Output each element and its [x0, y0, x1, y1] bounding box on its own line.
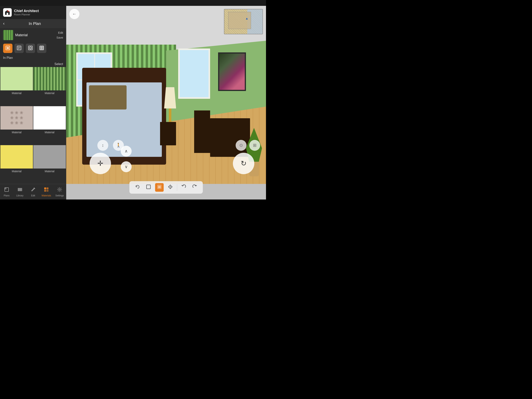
- camera-icon: ⊞: [253, 143, 256, 148]
- material-item-4[interactable]: Material: [33, 106, 66, 145]
- select-button[interactable]: Select: [55, 62, 63, 66]
- svg-rect-21: [5, 188, 6, 189]
- nav-label-settings: Settings: [55, 194, 64, 197]
- material-item-5[interactable]: Material: [0, 145, 33, 184]
- toolbar-divider: [177, 184, 177, 191]
- toolbar-frame-button[interactable]: [144, 183, 153, 192]
- toolbar-redo-button[interactable]: [190, 183, 199, 192]
- material-swatch-4: [33, 106, 66, 129]
- view-mode-alt2-btn[interactable]: R: [26, 44, 35, 53]
- nav-item-library[interactable]: Library: [13, 184, 26, 200]
- material-swatch-2: [33, 67, 66, 90]
- material-swatch-5: [0, 145, 33, 168]
- toolbar-undo-button[interactable]: [180, 183, 188, 192]
- svg-rect-25: [21, 188, 22, 191]
- material-item-2[interactable]: Material: [33, 67, 66, 106]
- nav-item-plans[interactable]: Plans: [0, 184, 13, 200]
- library-icon: [17, 187, 23, 193]
- in-plan-header: ‹ In Plan: [0, 19, 66, 28]
- material-item-6[interactable]: Material: [33, 145, 66, 184]
- app-subtitle: Room Planner: [14, 13, 39, 16]
- material-actions: Edit Save: [57, 31, 63, 39]
- view-mode-3d-btn[interactable]: 3D: [3, 44, 13, 53]
- material-item-1[interactable]: Material: [0, 67, 33, 106]
- svg-rect-24: [20, 188, 21, 191]
- minimap: ▲: [224, 9, 263, 34]
- svg-text:3D: 3D: [158, 186, 161, 188]
- svg-rect-28: [44, 190, 46, 192]
- rotate-icon: ↻: [241, 159, 247, 167]
- zoom-down-icon: ∨: [125, 164, 128, 169]
- svg-rect-8: [18, 47, 19, 48]
- svg-text:3D: 3D: [7, 47, 9, 49]
- person-icon: 🚶: [116, 143, 121, 148]
- top-system-bar: [0, 0, 266, 6]
- svg-rect-17: [42, 46, 43, 48]
- svg-rect-19: [42, 48, 43, 49]
- window-right: [178, 49, 210, 99]
- toolbar-view3d-alt-button[interactable]: [166, 183, 175, 192]
- view3d-icon: 3D: [157, 184, 162, 191]
- rotate-control[interactable]: ↻: [233, 153, 254, 174]
- plans-icon: [4, 187, 9, 193]
- material-item-3[interactable]: Material: [0, 106, 33, 145]
- toolbar-view3d-button[interactable]: 3D: [155, 183, 164, 192]
- nav-label-materials: Materials: [42, 194, 51, 197]
- app-title: Chief Architect: [14, 9, 39, 13]
- material-edit-button[interactable]: Edit: [57, 31, 63, 35]
- materials-icon: [44, 187, 49, 193]
- svg-rect-26: [44, 187, 46, 189]
- svg-rect-23: [19, 188, 20, 191]
- back-button[interactable]: ←: [69, 9, 79, 19]
- material-swatch-6: [33, 145, 66, 168]
- undo-icon: [181, 184, 187, 191]
- frame-icon: [146, 184, 151, 191]
- panel-back-button[interactable]: ‹: [3, 21, 5, 26]
- view-mode-alt1-btn[interactable]: R: [14, 44, 24, 53]
- nav-label-edit: Edit: [31, 194, 35, 197]
- desk: [210, 118, 250, 157]
- main-3d-view[interactable]: ← ▲ ✛ ↻ ∧ ∨ ↕ 🚶 ⊙ ⊞: [66, 6, 266, 200]
- zoom-down-control[interactable]: ∨: [121, 161, 132, 172]
- nav-item-materials[interactable]: Materials: [40, 184, 53, 200]
- view-mode-alt3-btn[interactable]: [37, 44, 46, 53]
- lamp-shade: [164, 87, 176, 108]
- material-name-3: Material: [12, 129, 22, 135]
- minimap-content: ▲: [224, 9, 262, 34]
- app-title-group: Chief Architect Room Planner: [14, 9, 39, 16]
- svg-point-30: [59, 189, 60, 190]
- undo-rotate-icon: [135, 184, 140, 191]
- view-mode-3d-icon: 3D: [6, 45, 10, 51]
- nav-item-settings[interactable]: Settings: [53, 184, 66, 200]
- move-control[interactable]: ✛: [89, 153, 111, 174]
- scale-control[interactable]: ↕: [97, 140, 108, 151]
- orbit-control[interactable]: ⊙: [236, 140, 247, 151]
- svg-rect-27: [47, 187, 49, 189]
- view-mode-alt3-icon: [39, 45, 44, 51]
- edit-icon: [30, 187, 36, 193]
- view-mode-alt2-icon: R: [28, 45, 33, 51]
- svg-rect-29: [47, 190, 49, 192]
- material-save-button[interactable]: Save: [57, 35, 63, 39]
- nav-item-edit[interactable]: Edit: [26, 184, 40, 200]
- app-logo: [3, 8, 12, 17]
- redo-icon: [192, 184, 197, 191]
- view3d-alt-icon: [168, 184, 173, 191]
- select-row: Select: [0, 61, 66, 67]
- material-name-6: Material: [45, 168, 55, 174]
- left-panel: Chief Architect Room Planner ‹ In Plan M…: [0, 6, 66, 200]
- camera-control[interactable]: ⊞: [249, 140, 260, 151]
- bottom-toolbar: 3D: [129, 181, 203, 194]
- settings-icon: [57, 187, 62, 193]
- nightstand: [160, 122, 176, 145]
- in-plan-header-title: In Plan: [6, 21, 63, 26]
- back-icon: ←: [72, 12, 76, 17]
- painting-content: [219, 54, 245, 90]
- app-header: Chief Architect Room Planner: [0, 6, 66, 19]
- svg-text:R: R: [30, 47, 31, 49]
- toolbar-undo-rotate-button[interactable]: [133, 183, 142, 192]
- material-label: Material: [15, 33, 55, 37]
- chair: [194, 110, 210, 153]
- person-control[interactable]: 🚶: [113, 140, 124, 151]
- svg-rect-16: [40, 46, 41, 48]
